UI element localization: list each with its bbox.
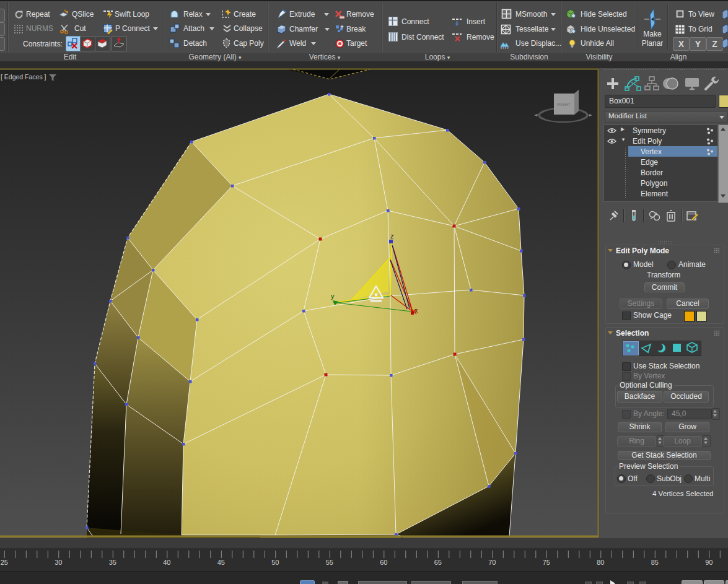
svg-text:RIGHT: RIGHT [557, 102, 571, 107]
svg-text:y: y [331, 292, 335, 300]
svg-text:[ Edged Faces ]: [ Edged Faces ] [1, 73, 46, 81]
svg-text:z: z [390, 232, 394, 240]
svg-text:x: x [414, 307, 418, 314]
